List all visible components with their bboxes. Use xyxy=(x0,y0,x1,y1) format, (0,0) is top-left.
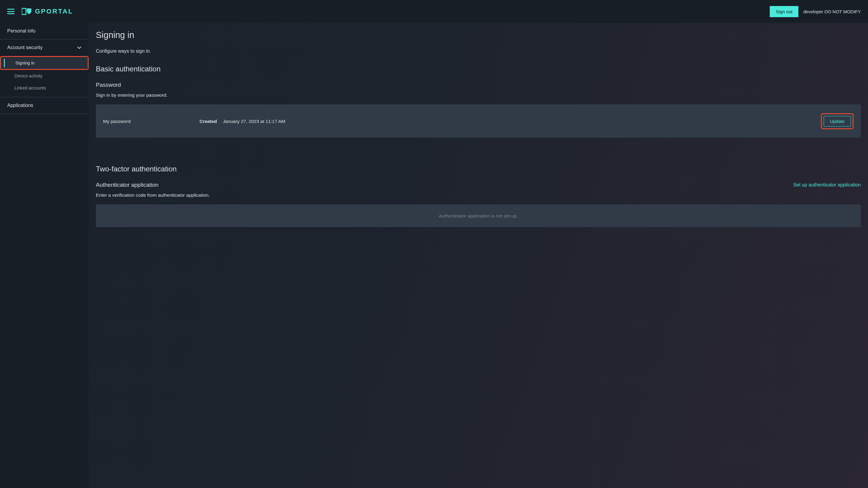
sidebar-sub-linked-accounts[interactable]: Linked accounts xyxy=(0,82,89,97)
password-card: My password Created January 27, 2023 at … xyxy=(96,105,861,138)
page-title: Signing in xyxy=(96,30,861,40)
sidebar-item-account-security[interactable]: Account security xyxy=(0,39,89,56)
sidebar-item-label: Signing in xyxy=(16,61,35,65)
logo[interactable]: GPORTAL xyxy=(22,7,73,15)
hamburger-icon[interactable] xyxy=(7,9,14,14)
authenticator-app-title: Authenticator application xyxy=(96,182,158,188)
sidebar-item-label: Account security xyxy=(7,45,42,50)
update-button-highlight: Update xyxy=(821,113,854,129)
sidebar-item-label: Linked accounts xyxy=(14,86,46,90)
header-note: developer DO NOT MODIFY xyxy=(803,9,861,14)
password-label: My password xyxy=(103,119,199,124)
sidebar-sub-signing-in-highlight: Signing in xyxy=(0,56,89,70)
sidebar-item-label: Applications xyxy=(7,103,33,108)
password-created-label: Created xyxy=(199,119,217,124)
basic-auth-heading: Basic authentication xyxy=(96,65,861,73)
password-desc: Sign in by entering your password. xyxy=(96,93,861,98)
sidebar-item-label: Personal info xyxy=(7,28,35,34)
two-factor-heading: Two-factor authentication xyxy=(96,165,861,173)
header-right: Sign out developer DO NOT MODIFY xyxy=(770,6,861,17)
logo-mark-icon xyxy=(22,8,32,15)
sidebar-item-label: Device activity xyxy=(14,73,42,78)
sidebar-item-personal-info[interactable]: Personal info xyxy=(0,23,89,39)
sidebar: Personal info Account security Signing i… xyxy=(0,23,89,488)
authenticator-empty-card: Authenticator application is not set up. xyxy=(96,205,861,227)
update-password-button[interactable]: Update xyxy=(824,116,851,127)
signout-button[interactable]: Sign out xyxy=(770,6,798,17)
password-created-value: January 27, 2023 at 11:17 AM xyxy=(223,119,285,124)
setup-authenticator-link[interactable]: Set up authenticator application xyxy=(793,182,861,188)
svg-rect-0 xyxy=(22,8,26,14)
authenticator-app-desc: Enter a verification code from authentic… xyxy=(96,193,861,198)
main-content: Signing in Configure ways to sign in. Ba… xyxy=(89,23,868,488)
sidebar-item-applications[interactable]: Applications xyxy=(0,97,89,114)
sidebar-sub-device-activity[interactable]: Device activity xyxy=(0,70,89,82)
page-subtitle: Configure ways to sign in. xyxy=(96,48,861,54)
header-left: GPORTAL xyxy=(7,7,73,15)
header: GPORTAL Sign out developer DO NOT MODIFY xyxy=(0,0,868,23)
authenticator-empty-msg: Authenticator application is not set up. xyxy=(439,213,518,219)
logo-text: GPORTAL xyxy=(35,7,73,15)
sidebar-sub-signing-in[interactable]: Signing in xyxy=(1,57,88,69)
chevron-down-icon xyxy=(77,46,82,49)
password-title: Password xyxy=(96,82,861,88)
